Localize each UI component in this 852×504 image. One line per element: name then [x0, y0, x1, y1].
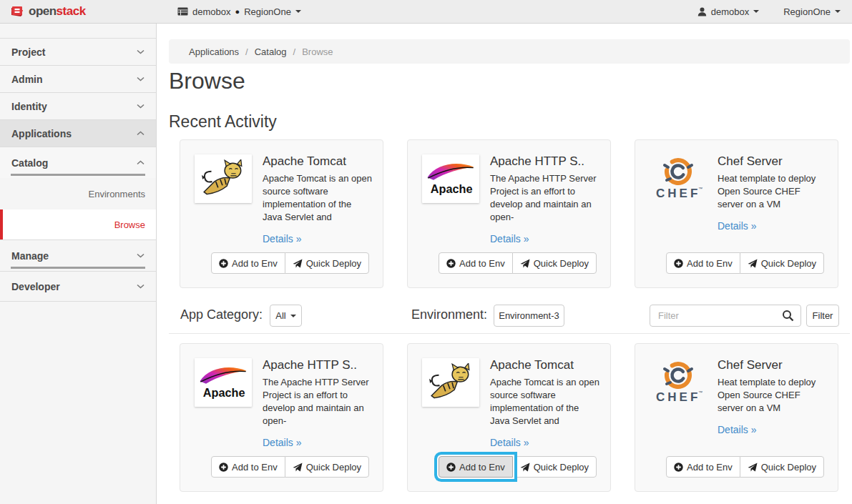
quick-deploy-button[interactable]: Quick Deploy: [740, 456, 824, 478]
quick-deploy-button[interactable]: Quick Deploy: [285, 456, 369, 478]
quick-deploy-label: Quick Deploy: [761, 258, 816, 269]
environment-select-button[interactable]: Environment-3: [494, 305, 564, 327]
details-link[interactable]: Details »: [718, 424, 756, 435]
paper-plane-icon: [520, 463, 530, 472]
sidebar-item-browse[interactable]: Browse: [0, 209, 156, 239]
filter-button-label: Filter: [813, 310, 833, 321]
sidebar-item-label: Manage: [11, 250, 49, 262]
plus-circle-icon: [446, 463, 456, 472]
paper-plane-icon: [748, 259, 758, 268]
section-divider: [169, 333, 850, 334]
chevron-up-icon: [137, 131, 145, 136]
openstack-logo-icon: [10, 5, 24, 18]
app-category-dropdown[interactable]: All: [270, 305, 302, 327]
region-menu[interactable]: RegionOne: [783, 6, 841, 17]
sidebar-item-label: Applications: [11, 128, 72, 139]
breadcrumb-separator: /: [245, 46, 248, 57]
chevron-down-icon: [137, 253, 145, 258]
sidebar-item-label: Browse: [114, 219, 145, 230]
quick-deploy-label: Quick Deploy: [534, 462, 589, 473]
page-title: Browse: [169, 68, 245, 94]
sidebar-item-label: Admin: [11, 74, 43, 85]
sidebar-item-project[interactable]: Project: [0, 39, 156, 66]
caret-down-icon: [753, 10, 759, 13]
app-title: Chef Server: [718, 154, 828, 169]
sidebar-nav: Project Admin Identity Applications Cata…: [0, 24, 157, 504]
app-description: Apache Tomcat is an open source software…: [490, 376, 600, 428]
apache-tomcat-logo-icon: [195, 154, 252, 203]
app-card-chef-server: CHEF ™ Chef Server Heat template to depl…: [635, 343, 838, 492]
add-to-env-label: Add to Env: [687, 462, 733, 473]
filter-search-field: [650, 305, 801, 327]
chef-logo-icon: CHEF ™: [650, 154, 707, 203]
add-to-env-button[interactable]: Add to Env: [211, 252, 285, 274]
quick-deploy-button[interactable]: Quick Deploy: [740, 252, 824, 274]
paper-plane-icon: [748, 463, 758, 472]
breadcrumb-link-applications[interactable]: Applications: [189, 46, 239, 57]
details-link[interactable]: Details »: [263, 233, 301, 244]
add-to-env-button-highlighted[interactable]: Add to Env: [439, 456, 513, 478]
add-to-env-button[interactable]: Add to Env: [439, 252, 513, 274]
plus-circle-icon: [446, 259, 456, 268]
app-card-apache-http: Apache Apache HTTP S.. The Apache HTTP S…: [180, 343, 383, 492]
catalog-underline: [11, 174, 145, 176]
add-to-env-button[interactable]: Add to Env: [666, 252, 740, 274]
caret-down-icon: [290, 315, 296, 317]
app-description: Heat template to deploy Open Source CHEF…: [718, 172, 828, 211]
quick-deploy-button[interactable]: Quick Deploy: [512, 456, 597, 478]
paper-plane-icon: [293, 463, 303, 472]
paper-plane-icon: [520, 259, 530, 268]
details-link[interactable]: Details »: [490, 437, 529, 448]
breadcrumb-separator: /: [293, 46, 296, 57]
svg-text:CHEF: CHEF: [656, 187, 700, 200]
sidebar-item-manage[interactable]: Manage: [0, 240, 156, 271]
chevron-down-icon: [137, 76, 145, 81]
add-to-env-button[interactable]: Add to Env: [211, 456, 285, 478]
context-switcher-menu[interactable]: demobox ● RegionOne: [157, 6, 301, 17]
details-link[interactable]: Details »: [718, 220, 756, 232]
add-to-env-label: Add to Env: [459, 462, 505, 473]
breadcrumb-link-catalog[interactable]: Catalog: [255, 46, 287, 57]
search-icon: [782, 310, 794, 322]
app-category-value: All: [275, 310, 285, 321]
plus-circle-icon: [674, 259, 683, 268]
sidebar-item-identity[interactable]: Identity: [0, 93, 156, 120]
filter-search-input[interactable]: [650, 305, 801, 327]
paper-plane-icon: [293, 259, 303, 268]
chevron-down-icon: [137, 49, 145, 54]
quick-deploy-label: Quick Deploy: [534, 258, 589, 269]
sidebar-item-admin[interactable]: Admin: [0, 66, 156, 93]
quick-deploy-label: Quick Deploy: [761, 462, 816, 473]
context-project-label: demobox: [192, 6, 230, 17]
quick-deploy-button[interactable]: Quick Deploy: [512, 252, 597, 274]
quick-deploy-button[interactable]: Quick Deploy: [285, 252, 369, 274]
sidebar-item-catalog[interactable]: Catalog: [0, 147, 156, 178]
app-description: The Apache HTTP Server Project is an eff…: [490, 172, 600, 224]
chevron-up-icon: [137, 160, 145, 165]
details-link[interactable]: Details »: [490, 233, 529, 244]
chevron-down-icon: [137, 284, 145, 289]
plus-circle-icon: [219, 463, 228, 472]
add-to-env-label: Add to Env: [232, 462, 278, 473]
svg-text:Apache: Apache: [203, 386, 245, 399]
app-title: Apache Tomcat: [490, 358, 600, 372]
app-card-apache-http: Apache Apache HTTP S.. The Apache HTTP S…: [407, 139, 611, 288]
details-link[interactable]: Details »: [263, 437, 301, 448]
app-description: Apache Tomcat is an open source software…: [263, 172, 373, 224]
app-card-chef-server: CHEF ™ Chef Server Heat template to depl…: [635, 139, 838, 288]
user-menu[interactable]: demobox: [697, 6, 759, 17]
user-name-label: demobox: [711, 6, 749, 17]
app-description: Heat template to deploy Open Source CHEF…: [718, 376, 828, 415]
sidebar-item-environments[interactable]: Environments: [0, 178, 156, 209]
add-to-env-button[interactable]: Add to Env: [666, 456, 740, 478]
filter-button[interactable]: Filter: [806, 305, 839, 327]
app-title: Apache HTTP S..: [490, 154, 600, 169]
project-table-icon: [177, 7, 188, 16]
sidebar-item-developer[interactable]: Developer: [0, 272, 156, 302]
sidebar-item-label: Project: [11, 46, 45, 58]
plus-circle-icon: [674, 463, 683, 472]
app-description: The Apache HTTP Server Project is an eff…: [263, 376, 373, 428]
sidebar-item-applications[interactable]: Applications: [0, 120, 156, 147]
top-header: openstack demobox ● RegionOne demobox Re…: [0, 0, 852, 24]
svg-text:Apache: Apache: [431, 182, 473, 195]
